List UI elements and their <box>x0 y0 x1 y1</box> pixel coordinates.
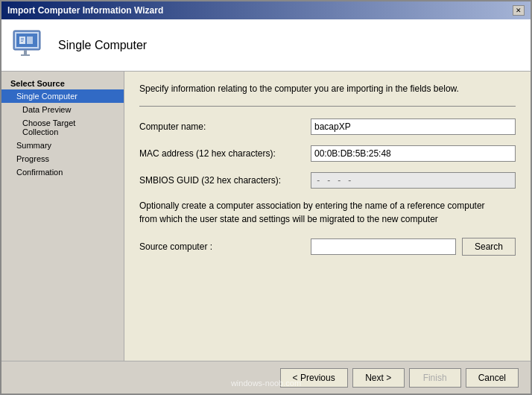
sidebar-item-choose-target[interactable]: Choose Target Collection <box>1 116 124 139</box>
optional-text: Optionally create a computer association… <box>139 199 516 226</box>
smbios-guid-label: SMBIOS GUID (32 hex characters): <box>139 175 311 186</box>
source-computer-row: Source computer : Search <box>139 238 516 256</box>
content-area: Select Source Single Computer Data Previ… <box>1 72 531 361</box>
svg-rect-8 <box>21 41 23 42</box>
title-bar: Import Computer Information Wizard ✕ <box>1 1 531 19</box>
computer-name-input[interactable] <box>311 118 516 135</box>
source-computer-input[interactable] <box>311 238 456 255</box>
header-title: Single Computer <box>58 39 147 52</box>
cancel-button[interactable]: Cancel <box>466 368 519 388</box>
wizard-window: Import Computer Information Wizard ✕ Sin… <box>0 0 532 395</box>
mac-address-label: MAC address (12 hex characters): <box>139 148 311 159</box>
window-title: Import Computer Information Wizard <box>7 5 163 16</box>
sidebar-item-progress[interactable]: Progress <box>1 152 124 165</box>
sidebar-item-data-preview[interactable]: Data Preview <box>1 103 124 116</box>
next-button[interactable]: Next > <box>352 368 405 388</box>
mac-address-input[interactable] <box>311 145 516 162</box>
description-text: Specify information relating to the comp… <box>139 83 516 94</box>
svg-rect-4 <box>21 54 30 56</box>
mac-address-row: MAC address (12 hex characters): <box>139 145 516 162</box>
sidebar-item-summary[interactable]: Summary <box>1 139 124 152</box>
source-computer-label: Source computer : <box>139 241 311 252</box>
sidebar: Select Source Single Computer Data Previ… <box>1 72 124 361</box>
previous-button[interactable]: < Previous <box>280 368 348 388</box>
main-content: Specify information relating to the comp… <box>124 72 531 361</box>
sidebar-item-single-computer[interactable]: Single Computer <box>1 89 124 103</box>
select-source-label: Select Source <box>1 78 124 89</box>
svg-rect-7 <box>21 40 24 40</box>
separator <box>139 106 516 107</box>
close-button[interactable]: ✕ <box>513 5 525 16</box>
svg-rect-6 <box>21 38 24 39</box>
svg-rect-9 <box>27 37 33 44</box>
computer-name-label: Computer name: <box>139 121 311 132</box>
computer-icon <box>10 28 46 63</box>
finish-button[interactable]: Finish <box>409 368 461 388</box>
smbios-guid-input[interactable] <box>311 172 516 189</box>
header-section: Single Computer <box>1 19 531 72</box>
smbios-guid-row: SMBIOS GUID (32 hex characters): <box>139 172 516 189</box>
title-bar-controls: ✕ <box>513 5 525 16</box>
svg-rect-3 <box>24 50 27 54</box>
footer: < Previous Next > Finish Cancel <box>1 361 531 394</box>
search-button[interactable]: Search <box>462 238 516 256</box>
sidebar-item-confirmation[interactable]: Confirmation <box>1 165 124 179</box>
computer-name-row: Computer name: <box>139 118 516 135</box>
